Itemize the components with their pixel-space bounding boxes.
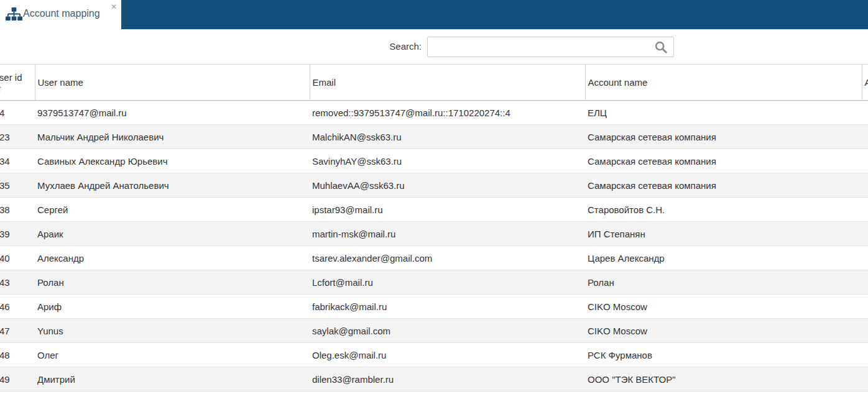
table-row[interactable]: 49379513747@mail.ruremoved::9379513747@m… — [0, 101, 868, 125]
column-header-email[interactable]: Email — [310, 65, 585, 101]
cell-col5 — [862, 149, 868, 173]
cell-user-name: Ролан — [35, 270, 310, 295]
sort-ascending-icon: ↑ — [0, 83, 35, 94]
cell-col5 — [862, 101, 868, 125]
cell-email: saylak@gmail.com — [310, 319, 585, 343]
table-row[interactable]: 38Сергейipstar93@mail.ruСтаровойтов С.Н. — [0, 198, 868, 222]
cell-user-name: Савиных Александр Юрьевич — [35, 149, 310, 173]
column-header-account-id[interactable]: Account id — [862, 65, 868, 101]
cell-id: 43 — [0, 270, 35, 295]
search-input[interactable] — [428, 37, 658, 57]
table-row[interactable]: 47Yunussaylak@gmail.comCIKO Moscow — [0, 319, 868, 343]
cell-col5 — [862, 270, 868, 295]
cell-account-name: ИП Степанян — [585, 222, 862, 246]
table-header-row: User id ↑ User name Email Account name A… — [0, 65, 868, 101]
cell-email: MalchikAN@ssk63.ru — [310, 125, 585, 149]
cell-email: dilen33@rambler.ru — [310, 367, 585, 392]
cell-email: removed::9379513747@mail.ru::1710220274:… — [310, 101, 585, 125]
column-header-user-id[interactable]: User id ↑ — [0, 65, 35, 101]
cell-id: 40 — [0, 246, 35, 270]
cell-col5 — [862, 367, 868, 392]
cell-id: 39 — [0, 222, 35, 246]
cell-user-name: Олег — [35, 343, 310, 367]
cell-col5 — [862, 125, 868, 149]
cell-user-name: Мухлаев Андрей Анатольевич — [35, 173, 310, 198]
tab-bar: Account mapping ✕ — [0, 0, 868, 29]
search-box — [427, 37, 674, 57]
cell-col5 — [862, 319, 868, 343]
cell-user-name: 9379513747@mail.ru — [35, 101, 310, 125]
cell-user-name: Сергей — [35, 198, 310, 222]
cell-id: 34 — [0, 149, 35, 173]
table-body: 49379513747@mail.ruremoved::9379513747@m… — [0, 101, 868, 392]
cell-email: Lcfort@mail.ru — [310, 270, 585, 295]
table-row[interactable]: 35Мухлаев Андрей АнатольевичMuhlaevAA@ss… — [0, 173, 868, 198]
cell-account-name: Самарская сетевая компания — [585, 149, 862, 173]
cell-account-name: CIKO Moscow — [585, 319, 862, 343]
table-row[interactable]: 43РоланLcfort@mail.ruРолан — [0, 270, 868, 295]
cell-user-name: Дмитрий — [35, 367, 310, 392]
cell-email: Oleg.esk@mail.ru — [310, 343, 585, 367]
cell-account-name: CIKO Moscow — [585, 295, 862, 319]
cell-account-name: Самарская сетевая компания — [585, 173, 862, 198]
cell-account-name: Царев Александр — [585, 246, 862, 270]
search-icon[interactable] — [654, 40, 668, 54]
tab-close-icon[interactable]: ✕ — [111, 2, 117, 11]
column-header-user-id-label: User id — [0, 71, 35, 83]
cell-account-name: РСК Фурманов — [585, 343, 862, 367]
cell-account-name: Ролан — [585, 270, 862, 295]
cell-col5 — [862, 343, 868, 367]
cell-user-name: Yunus — [35, 319, 310, 343]
table-row[interactable]: 23Мальчик Андрей НиколаевичMalchikAN@ssk… — [0, 125, 868, 149]
cell-user-name: Мальчик Андрей Николаевич — [35, 125, 310, 149]
tab-title: Account mapping — [23, 8, 100, 19]
cell-col5 — [862, 173, 868, 198]
cell-user-name: Араик — [35, 222, 310, 246]
cell-account-name: ООО "ТЭК ВЕКТОР" — [585, 367, 862, 392]
cell-user-name: Александр — [35, 246, 310, 270]
table-row[interactable]: 49Дмитрийdilen33@rambler.ruООО "ТЭК ВЕКТ… — [0, 367, 868, 392]
cell-id: 38 — [0, 198, 35, 222]
column-header-user-name[interactable]: User name — [35, 65, 310, 101]
search-label: Search: — [336, 41, 422, 52]
table-row[interactable]: 40Александрtsarev.alexander@gmail.comЦар… — [0, 246, 868, 270]
cell-col5 — [862, 246, 868, 270]
cell-id: 48 — [0, 343, 35, 367]
table-row[interactable]: 34Савиных Александр ЮрьевичSavinyhAY@ssk… — [0, 149, 868, 173]
cell-id: 47 — [0, 319, 35, 343]
cell-user-name: Ариф — [35, 295, 310, 319]
account-mapping-screen: Account mapping ✕ Search: User id ↑ Us — [0, 0, 868, 394]
cell-id: 4 — [0, 101, 35, 125]
cell-email: tsarev.alexander@gmail.com — [310, 246, 585, 270]
cell-email: MuhlaevAA@ssk63.ru — [310, 173, 585, 198]
sitemap-icon — [6, 7, 22, 22]
cell-email: fabrikack@mail.ru — [310, 295, 585, 319]
cell-id: 35 — [0, 173, 35, 198]
cell-col5 — [862, 198, 868, 222]
cell-account-name: Старовойтов С.Н. — [585, 198, 862, 222]
cell-id: 49 — [0, 367, 35, 392]
cell-col5 — [862, 222, 868, 246]
column-header-account-name[interactable]: Account name — [585, 65, 862, 101]
cell-id: 46 — [0, 295, 35, 319]
cell-email: martin-msk@mail.ru — [310, 222, 585, 246]
account-mapping-table: User id ↑ User name Email Account name A… — [0, 64, 868, 392]
table-row[interactable]: 39Араикmartin-msk@mail.ruИП Степанян — [0, 222, 868, 246]
tab-account-mapping[interactable]: Account mapping ✕ — [0, 0, 121, 29]
table-row[interactable]: 48ОлегOleg.esk@mail.ruРСК Фурманов — [0, 343, 868, 367]
cell-email: ipstar93@mail.ru — [310, 198, 585, 222]
cell-account-name: Самарская сетевая компания — [585, 125, 862, 149]
table-row[interactable]: 46Арифfabrikack@mail.ruCIKO Moscow — [0, 295, 868, 319]
cell-id: 23 — [0, 125, 35, 149]
cell-email: SavinyhAY@ssk63.ru — [310, 149, 585, 173]
cell-col5 — [862, 295, 868, 319]
cell-account-name: ЕЛЦ — [585, 101, 862, 125]
